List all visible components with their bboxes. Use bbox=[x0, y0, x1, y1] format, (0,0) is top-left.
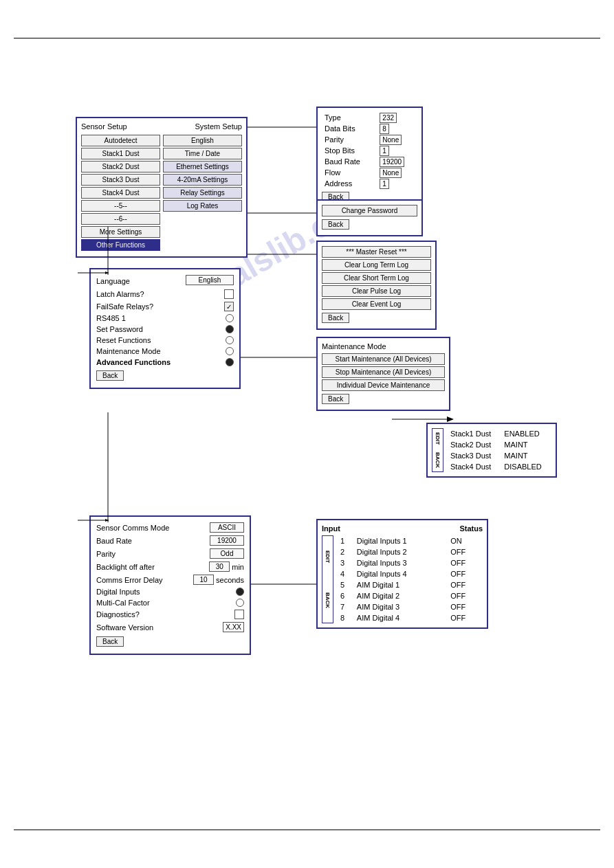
reset-back-button[interactable]: Back bbox=[322, 313, 349, 323]
device-stack4-label: Stack4 Dust bbox=[448, 461, 501, 472]
time-date-button[interactable]: Time / Date bbox=[163, 148, 242, 159]
di-back-label[interactable]: BACK bbox=[325, 592, 331, 608]
change-password-button[interactable]: Change Password bbox=[322, 205, 417, 216]
di-status-4: OFF bbox=[448, 568, 483, 579]
language-value[interactable]: English bbox=[186, 275, 234, 285]
english-button[interactable]: English bbox=[163, 135, 242, 146]
device-row-stack1: Stack1 Dust ENABLED bbox=[448, 428, 551, 439]
more-settings-button[interactable]: More Settings bbox=[81, 226, 160, 238]
maintenance-mode-label: Maintenance Mode bbox=[96, 347, 226, 355]
other-functions-button[interactable]: Other Functions bbox=[81, 239, 160, 251]
di-row-3: 3 Digital Inputs 3 OFF bbox=[338, 557, 483, 568]
di-num-4: 4 bbox=[338, 568, 354, 579]
adv-sensor-comms-row: Sensor Comms Mode bbox=[96, 522, 244, 533]
system-setup-label: System Setup bbox=[195, 122, 242, 131]
serial-databits-value: 8 bbox=[380, 124, 389, 134]
sensor-system-setup-panel: Sensor Setup System Setup Autodetect Sta… bbox=[76, 117, 248, 258]
language-row: Language English bbox=[96, 275, 234, 287]
stack2-button[interactable]: Stack2 Dust bbox=[81, 161, 160, 173]
adv-multical-radio[interactable] bbox=[236, 599, 244, 607]
advanced-panel: Sensor Comms Mode Baud Rate Parity Backl… bbox=[89, 515, 251, 655]
maintenance-back-button[interactable]: Back bbox=[322, 394, 349, 404]
maintenance-panel: Maintenance Mode Start Maintenance (All … bbox=[316, 337, 450, 411]
ethernet-button[interactable]: Ethernet Settings bbox=[163, 161, 242, 173]
failsafe-row: FailSafe Relays? ✓ bbox=[96, 302, 234, 311]
device-row-stack3: Stack3 Dust MAINT bbox=[448, 450, 551, 461]
serial-databits-label: Data Bits bbox=[322, 123, 377, 134]
di-row-7: 7 AIM Digital 3 OFF bbox=[338, 601, 483, 612]
reset-functions-radio[interactable] bbox=[226, 336, 234, 344]
device-stack3-label: Stack3 Dust bbox=[448, 450, 501, 461]
di-num-3: 3 bbox=[338, 557, 354, 568]
di-status-1: ON bbox=[448, 535, 483, 546]
dash6-button[interactable]: --6-- bbox=[81, 213, 160, 225]
serial-row-address: Address 1 bbox=[322, 178, 417, 189]
device-back-label[interactable]: BACK bbox=[435, 452, 441, 468]
autodetect-button[interactable]: Autodetect bbox=[81, 135, 160, 146]
serial-parity-value: None bbox=[380, 135, 402, 145]
rs485-label: RS485 1 bbox=[96, 314, 226, 322]
advanced-functions-radio[interactable] bbox=[226, 358, 234, 366]
clear-short-button[interactable]: Clear Short Term Log bbox=[322, 272, 431, 284]
other-functions-panel: Language English Latch Alarms? FailSafe … bbox=[89, 268, 241, 389]
adv-diagnostics-row: Diagnostics? bbox=[96, 610, 244, 619]
stop-maintenance-button[interactable]: Stop Maintenance (All Devices) bbox=[322, 366, 445, 378]
reset-functions-label: Reset Functions bbox=[96, 336, 226, 344]
set-password-radio[interactable] bbox=[226, 325, 234, 333]
di-name-2: Digital Inputs 2 bbox=[354, 546, 448, 557]
maintenance-mode-radio[interactable] bbox=[226, 347, 234, 355]
adv-backlight-input[interactable] bbox=[209, 561, 230, 572]
ma-settings-button[interactable]: 4-20mA Settings bbox=[163, 174, 242, 186]
log-rates-button[interactable]: Log Rates bbox=[163, 200, 242, 212]
adv-diagnostics-checkbox[interactable] bbox=[234, 610, 244, 619]
clear-event-button[interactable]: Clear Event Log bbox=[322, 298, 431, 310]
top-line bbox=[14, 38, 600, 38]
adv-backlight-label: Backlight off after bbox=[96, 563, 209, 571]
adv-digital-inputs-row: Digital Inputs bbox=[96, 588, 244, 596]
advanced-back-button[interactable]: Back bbox=[96, 636, 124, 647]
stack4-button[interactable]: Stack4 Dust bbox=[81, 187, 160, 199]
rs485-row: RS485 1 bbox=[96, 314, 234, 322]
individual-maintenance-button[interactable]: Individual Device Maintenance bbox=[322, 379, 445, 391]
di-status-5: OFF bbox=[448, 579, 483, 590]
password-back-button[interactable]: Back bbox=[322, 219, 349, 230]
latch-alarms-checkbox[interactable] bbox=[224, 289, 234, 299]
di-status-7: OFF bbox=[448, 601, 483, 612]
adv-baud-input[interactable] bbox=[210, 535, 244, 546]
adv-parity-row: Parity bbox=[96, 548, 244, 559]
rs485-radio[interactable] bbox=[226, 314, 234, 322]
failsafe-checkbox[interactable]: ✓ bbox=[224, 302, 234, 311]
serial-row-databits: Data Bits 8 bbox=[322, 123, 417, 134]
adv-digital-inputs-label: Digital Inputs bbox=[96, 588, 236, 596]
clear-pulse-button[interactable]: Clear Pulse Log bbox=[322, 285, 431, 297]
adv-parity-input[interactable] bbox=[210, 548, 244, 559]
di-num-6: 6 bbox=[338, 590, 354, 601]
language-label: Language bbox=[96, 277, 186, 285]
relay-settings-button[interactable]: Relay Settings bbox=[163, 187, 242, 199]
di-status-8: OFF bbox=[448, 612, 483, 623]
adv-digital-inputs-radio[interactable] bbox=[236, 588, 244, 596]
di-edit-label[interactable]: EDIT bbox=[325, 550, 331, 563]
start-maintenance-button[interactable]: Start Maintenance (All Devices) bbox=[322, 353, 445, 365]
other-functions-back-button[interactable]: Back bbox=[96, 370, 124, 381]
di-status-2: OFF bbox=[448, 546, 483, 557]
device-stack2-value: MAINT bbox=[501, 439, 551, 450]
serial-flow-value: None bbox=[380, 168, 402, 178]
device-edit-label[interactable]: EDIT bbox=[435, 432, 441, 445]
dash5-button[interactable]: --5-- bbox=[81, 200, 160, 212]
adv-comms-error-input[interactable] bbox=[193, 575, 214, 585]
master-reset-button[interactable]: *** Master Reset *** bbox=[322, 246, 431, 258]
stack1-button[interactable]: Stack1 Dust bbox=[81, 148, 160, 159]
adv-comms-error-label: Comms Error Delay bbox=[96, 576, 193, 584]
clear-long-button[interactable]: Clear Long Term Log bbox=[322, 259, 431, 271]
adv-backlight-unit: min bbox=[232, 563, 244, 571]
di-name-4: Digital Inputs 4 bbox=[354, 568, 448, 579]
device-edit-back-bar: EDIT BACK bbox=[432, 428, 443, 472]
stack3-button[interactable]: Stack3 Dust bbox=[81, 174, 160, 186]
adv-sensor-comms-input[interactable] bbox=[210, 522, 244, 533]
di-col-status: Status bbox=[459, 524, 483, 533]
serial-baud-label: Baud Rate bbox=[322, 156, 377, 167]
di-name-3: Digital Inputs 3 bbox=[354, 557, 448, 568]
di-edit-back-bar: EDIT BACK bbox=[322, 535, 333, 623]
maintenance-title: Maintenance Mode bbox=[322, 342, 445, 350]
